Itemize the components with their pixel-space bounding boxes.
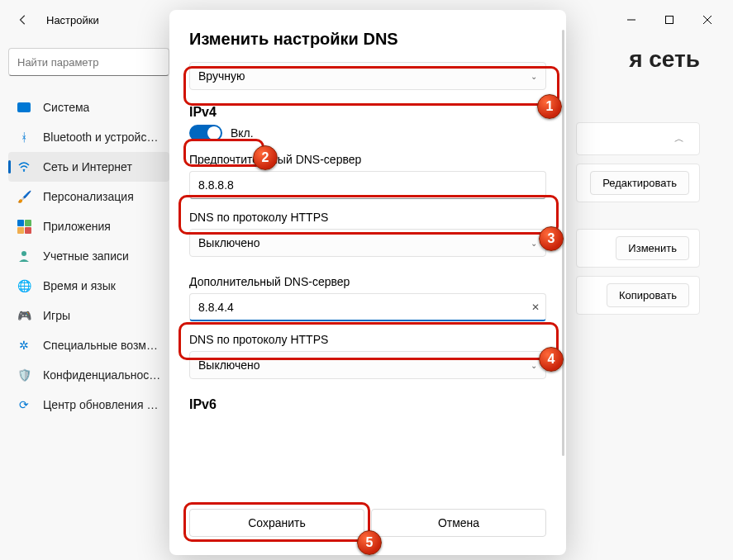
sidebar-item-apps[interactable]: Приложения <box>8 211 169 241</box>
ipv4-toggle[interactable] <box>189 125 222 141</box>
wifi-icon <box>17 159 31 174</box>
chevron-down-icon: ⌄ <box>531 72 537 81</box>
update-icon: ⟳ <box>17 397 31 412</box>
gamepad-icon: 🎮 <box>17 308 31 323</box>
ipv6-heading: IPv6 <box>189 397 546 412</box>
alt-dns-input[interactable] <box>189 293 546 321</box>
sidebar-item-gaming[interactable]: 🎮Игры <box>8 301 169 330</box>
change-button[interactable]: Изменить <box>616 236 689 260</box>
edit-button[interactable]: Редактировать <box>590 171 689 195</box>
minimize-button[interactable] <box>612 7 650 33</box>
sidebar-item-label: Сеть и Интернет <box>43 160 132 173</box>
preferred-dns-input[interactable] <box>189 171 546 199</box>
dropdown-value: Выключено <box>198 358 531 372</box>
sidebar-item-label: Система <box>43 101 89 114</box>
sidebar-item-network[interactable]: Сеть и Интернет <box>8 152 169 182</box>
back-button[interactable] <box>7 3 40 36</box>
bluetooth-icon: ᚼ <box>17 130 31 145</box>
alt-dns-label: Дополнительный DNS-сервер <box>189 275 546 288</box>
chevron-down-icon: ⌄ <box>531 361 537 370</box>
dialog-title: Изменить настройки DNS <box>189 30 546 49</box>
maximize-icon <box>665 16 674 24</box>
apps-icon <box>17 219 31 234</box>
account-icon <box>17 249 31 263</box>
sidebar-item-bluetooth[interactable]: ᚼBluetooth и устройства <box>8 122 169 152</box>
sidebar: Система ᚼBluetooth и устройства Сеть и И… <box>0 40 178 560</box>
sidebar-item-label: Приложения <box>43 220 111 233</box>
svg-point-4 <box>23 170 25 172</box>
toggle-label: Вкл. <box>231 126 254 140</box>
scrollbar[interactable] <box>562 30 564 456</box>
person-icon: ✲ <box>17 338 31 353</box>
doh-dropdown[interactable]: Выключено ⌄ <box>189 229 546 257</box>
maximize-button[interactable] <box>650 7 688 33</box>
sidebar-item-time[interactable]: 🌐Время и язык <box>8 271 169 301</box>
dropdown-value: Выключено <box>198 236 531 249</box>
sidebar-item-label: Игры <box>43 309 70 322</box>
sidebar-item-label: Центр обновления Windows <box>43 398 161 411</box>
clear-input-icon[interactable]: ✕ <box>531 301 540 313</box>
dns-mode-dropdown[interactable]: Вручную ⌄ <box>189 62 546 90</box>
brush-icon: 🖌️ <box>17 189 31 204</box>
sidebar-item-privacy[interactable]: 🛡️Конфиденциальность и защита <box>8 360 169 390</box>
sidebar-item-label: Специальные возможности <box>43 339 161 352</box>
search-input[interactable] <box>8 48 169 76</box>
svg-point-5 <box>21 251 26 256</box>
doh2-label: DNS по протоколу HTTPS <box>189 333 546 346</box>
expand-card[interactable]: ︿ <box>576 122 700 155</box>
svg-rect-1 <box>666 17 674 24</box>
dns-settings-dialog: Изменить настройки DNS Вручную ⌄ IPv4 Вк… <box>169 10 566 555</box>
arrow-left-icon <box>17 14 29 26</box>
sidebar-item-label: Bluetooth и устройства <box>43 131 161 144</box>
sidebar-item-personalization[interactable]: 🖌️Персонализация <box>8 182 169 211</box>
copy-button[interactable]: Копировать <box>607 283 689 307</box>
chevron-down-icon: ⌄ <box>531 239 537 248</box>
close-button[interactable] <box>688 7 726 33</box>
chevron-up-icon: ︿ <box>674 132 684 146</box>
save-button[interactable]: Сохранить <box>189 509 364 537</box>
doh-label: DNS по протоколу HTTPS <box>189 211 546 224</box>
shield-icon: 🛡️ <box>17 368 31 382</box>
close-icon <box>703 16 712 24</box>
cancel-button[interactable]: Отмена <box>371 509 546 537</box>
sidebar-item-label: Учетные записи <box>43 249 129 263</box>
minimize-icon <box>627 16 635 24</box>
sidebar-item-accounts[interactable]: Учетные записи <box>8 241 169 271</box>
system-icon <box>17 100 31 115</box>
sidebar-item-system[interactable]: Система <box>8 93 169 122</box>
sidebar-item-label: Персонализация <box>43 190 134 203</box>
dropdown-value: Вручную <box>198 69 531 83</box>
sidebar-item-update[interactable]: ⟳Центр обновления Windows <box>8 390 169 420</box>
ipv4-heading: IPv4 <box>189 105 546 120</box>
sidebar-item-label: Конфиденциальность и защита <box>43 368 161 382</box>
globe-icon: 🌐 <box>17 278 31 293</box>
window-title: Настройки <box>46 14 99 26</box>
sidebar-item-accessibility[interactable]: ✲Специальные возможности <box>8 330 169 360</box>
sidebar-item-label: Время и язык <box>43 279 116 292</box>
doh2-dropdown[interactable]: Выключено ⌄ <box>189 351 546 379</box>
preferred-dns-label: Предпочтительный DNS-сервер <box>189 153 546 166</box>
